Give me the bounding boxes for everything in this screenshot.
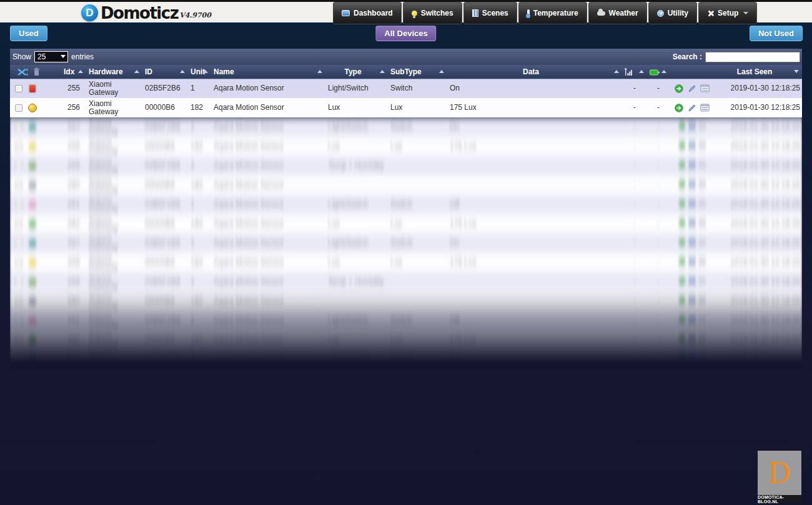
setup-icon (707, 10, 714, 17)
rename-pencil-icon[interactable] (688, 104, 696, 112)
top-bar: D Domoticz V4.9700 Dashboard Switches Sc… (0, 0, 812, 22)
header-type[interactable]: Type (325, 65, 388, 79)
cell-idx: 255 (61, 79, 86, 98)
nav-switches[interactable]: Switches (403, 2, 462, 24)
row-checkbox[interactable] (15, 104, 22, 112)
cell-id: 00000B6 (142, 98, 188, 117)
entries-label: entries (71, 52, 94, 61)
cell-signal: - (622, 98, 647, 117)
sort-up-icon (614, 70, 619, 73)
set-level-icon[interactable] (675, 104, 683, 112)
header-select-all[interactable] (10, 65, 61, 79)
cell-signal: - (622, 79, 647, 98)
blurred-row: 260Xiaomi Gateway00000B6182Aqara Motion … (10, 175, 802, 195)
log-icon[interactable] (700, 84, 710, 92)
nav-utility-label: Utility (668, 9, 688, 17)
header-name[interactable]: Name (211, 65, 325, 79)
blurred-row: 257Xiaomi Gateway02B5F2B61Aqara Motion S… (10, 233, 802, 253)
header-unit[interactable]: Unit (188, 65, 211, 79)
devices-table: Idx Hardware ID Unit Name Type SubType (10, 65, 802, 117)
cell-unit: 1 (188, 79, 211, 98)
domotica-blog-watermark: D DOMOTICA-BLOG.NL (758, 451, 801, 503)
header-battery[interactable] (647, 65, 670, 79)
sort-up-icon (317, 70, 322, 73)
weather-icon (597, 11, 605, 16)
table-row[interactable]: 256 Xiaomi Gateway 00000B6 182 Aqara Mot… (10, 98, 802, 117)
cell-name: Aqara Motion Sensor (211, 98, 325, 117)
blurred-row: 262Xiaomi Gateway00000B6182Aqara Motion … (10, 330, 802, 350)
page-size-wrap: 25 (34, 51, 68, 62)
blurred-row: 258Xiaomi Gateway00000B6182Aqara Motion … (10, 137, 802, 156)
brand-name: Domoticz (101, 4, 178, 22)
header-idx[interactable]: Idx (61, 65, 86, 79)
cell-idx: 256 (61, 98, 86, 117)
header-hardware[interactable]: Hardware (86, 65, 142, 79)
nav-setup-label: Setup (718, 9, 738, 17)
device-filter-bar: Used All Devices Not Used (0, 22, 812, 49)
watermark-box: D (758, 451, 801, 495)
domoticz-app: D Domoticz V4.9700 Dashboard Switches Sc… (0, 0, 812, 505)
sort-up-icon (639, 70, 644, 73)
nav-weather[interactable]: Weather (588, 2, 647, 24)
header-data[interactable]: Data (447, 65, 622, 79)
header-signal[interactable] (622, 65, 647, 79)
battery-icon (650, 69, 660, 76)
cell-actions (670, 98, 715, 117)
cell-data: On (447, 79, 622, 98)
sort-up-icon (439, 70, 444, 73)
blurred-row: 257Xiaomi Gateway02B5F2B61Aqara Motion S… (10, 350, 802, 369)
page-size-select[interactable]: 25 (34, 51, 68, 62)
nav-scenes[interactable]: Scenes (463, 2, 517, 24)
nav-dashboard[interactable]: Dashboard (333, 2, 402, 24)
sort-up-icon (180, 70, 185, 73)
nav-weather-label: Weather (609, 9, 638, 17)
nav-temperature[interactable]: Temperature (518, 2, 587, 24)
blurred-row: 259Xiaomi Gateway02B5F2B61Aqara Motion S… (10, 156, 802, 175)
signal-strength-icon (625, 68, 632, 76)
blurred-row: 261Xiaomi Gateway02B5F2B61Aqara Motion S… (10, 311, 802, 330)
devices-panel: Show 25 entries Search : (10, 49, 802, 369)
cell-subtype: Switch (388, 79, 447, 98)
cell-last-seen: 2019-01-30 12:18:25 (715, 79, 802, 98)
table-body: 255 Xiaomi Gateway 02B5F2B6 1 Aqara Moti… (10, 79, 802, 117)
utility-icon (657, 10, 664, 17)
search-label: Search : (673, 52, 702, 61)
header-subtype[interactable]: SubType (388, 65, 447, 79)
nav-dashboard-label: Dashboard (354, 9, 393, 17)
not-used-filter-button[interactable]: Not Used (750, 26, 803, 41)
domoticz-logo[interactable]: D Domoticz V4.9700 (81, 4, 211, 22)
cell-data: 175 Lux (447, 98, 622, 117)
chevron-down-icon (743, 12, 748, 14)
watermark-text: DOMOTICA-BLOG.NL (758, 495, 801, 503)
version-label: V4.9700 (179, 11, 211, 19)
nav-utility[interactable]: Utility (648, 2, 697, 24)
cell-subtype: Lux (388, 98, 447, 117)
header-last-seen[interactable]: Last Seen (715, 65, 802, 79)
nav-setup[interactable]: Setup (698, 2, 757, 24)
table-row[interactable]: 255 Xiaomi Gateway 02B5F2B6 1 Aqara Moti… (10, 79, 802, 98)
set-level-icon[interactable] (675, 84, 683, 93)
all-devices-filter-button[interactable]: All Devices (375, 26, 436, 41)
cell-battery: - (647, 98, 670, 117)
cell-battery: - (647, 79, 670, 98)
blurred-row: 261Xiaomi Gateway02B5F2B61Aqara Motion S… (10, 195, 802, 214)
sort-up-icon (380, 70, 385, 73)
watermark-letter: D (768, 459, 791, 488)
blurred-row: 259Xiaomi Gateway02B5F2B61Aqara Motion S… (10, 272, 802, 292)
motion-sensor-on-icon (28, 84, 37, 94)
rename-pencil-icon[interactable] (688, 84, 696, 93)
table-header: Idx Hardware ID Unit Name Type SubType (10, 65, 802, 79)
search-input[interactable] (705, 52, 800, 62)
log-icon[interactable] (700, 104, 710, 112)
blurred-row: 258Xiaomi Gateway00000B6182Aqara Motion … (10, 253, 802, 272)
domoticz-logo-icon: D (81, 4, 98, 21)
trash-icon[interactable] (33, 67, 40, 76)
blurred-table-region: 257Xiaomi Gateway02B5F2B61Aqara Motion S… (10, 117, 802, 369)
row-checkbox[interactable] (15, 85, 22, 92)
cell-type: Lux (325, 98, 388, 117)
sort-up-icon (661, 70, 666, 73)
used-filter-button[interactable]: Used (10, 26, 47, 41)
blurred-row: 262Xiaomi Gateway00000B6182Aqara Motion … (10, 214, 802, 233)
header-actions (670, 65, 715, 79)
header-id[interactable]: ID (142, 65, 188, 79)
